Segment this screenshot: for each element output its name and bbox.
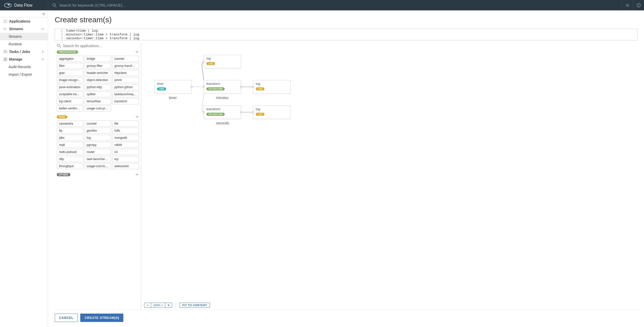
palette-chip[interactable]: tensorflow xyxy=(84,98,111,104)
svg-line-25 xyxy=(60,47,61,48)
sidebar-item-tasks-jobs[interactable]: Tasks / Jobs xyxy=(0,48,48,55)
palette-chip[interactable]: httpclient xyxy=(112,70,139,76)
palette-chip[interactable]: cassandra xyxy=(57,121,83,127)
palette-chip[interactable]: mqtt xyxy=(57,142,83,148)
palette-chip[interactable]: pose-estimation xyxy=(57,84,83,90)
palette-chip[interactable]: websocket xyxy=(112,163,139,169)
svg-rect-21 xyxy=(6,58,7,59)
palette-chip[interactable]: rabbit xyxy=(112,142,139,148)
sidebar-item-runtime[interactable]: Runtime xyxy=(0,40,48,48)
palette-chip[interactable]: groovy-filter xyxy=(84,63,111,69)
zoom-level-dropdown[interactable]: 100% xyxy=(151,303,165,307)
palette-chip[interactable]: tasklaunchrequest xyxy=(112,91,139,97)
category-sink-header[interactable]: SINK xyxy=(55,114,141,120)
palette-chip[interactable]: sftp xyxy=(57,156,83,162)
palette-chip[interactable]: router xyxy=(84,149,111,155)
palette-chip[interactable]: s3 xyxy=(112,149,139,155)
node-tag: TRANSFORM xyxy=(206,87,225,90)
palette-chip[interactable]: counter xyxy=(112,56,139,62)
flow-canvas[interactable]: time TIME timer log LOG transform TRANSF… xyxy=(142,43,637,310)
palette-chip[interactable]: log xyxy=(84,135,111,141)
app-search-input[interactable] xyxy=(63,44,139,48)
svg-point-1 xyxy=(8,4,10,5)
palette-chip[interactable]: twitter-sentiment xyxy=(57,105,83,111)
node-tag: LOG xyxy=(206,62,215,65)
palette-chip[interactable]: pgcopy xyxy=(84,142,111,148)
flow-node-log[interactable]: log LOG xyxy=(204,55,241,68)
dsl-editor[interactable]: 1timer=time | log 2minutes=:timer.time >… xyxy=(55,29,637,41)
output-port[interactable] xyxy=(240,111,242,113)
flow-node-transform[interactable]: transform TRANSFORM xyxy=(204,105,241,119)
input-port[interactable] xyxy=(252,86,254,88)
palette-chip[interactable]: python-http xyxy=(84,84,111,90)
sidebar-label: Applications xyxy=(9,19,30,23)
palette-chip[interactable]: splitter xyxy=(84,91,111,97)
palette-chip[interactable]: tcp-client xyxy=(57,98,83,104)
palette-chip[interactable]: redis-pubsub xyxy=(57,149,83,155)
flow-label-timer: timer xyxy=(169,96,177,100)
settings-button[interactable] xyxy=(622,0,633,10)
palette-chip[interactable]: jdbc xyxy=(57,135,83,141)
info-button[interactable] xyxy=(633,0,644,10)
input-port[interactable] xyxy=(203,61,205,63)
palette-chip[interactable]: bridge xyxy=(84,56,111,62)
palette-chip[interactable]: usage-cost-processor xyxy=(84,105,111,111)
sidebar-item-applications[interactable]: Applications xyxy=(0,17,48,25)
palette-chip[interactable]: file xyxy=(112,121,139,127)
input-port[interactable] xyxy=(203,111,205,113)
sidebar-item-streams[interactable]: Streams xyxy=(0,25,48,33)
category-processor-header[interactable]: PROCESSOR xyxy=(55,49,141,55)
input-port[interactable] xyxy=(252,111,254,113)
flow-node-log[interactable]: log LOG xyxy=(253,80,290,94)
create-stream-button[interactable]: CREATE STREAM(S) xyxy=(80,314,123,322)
flow-node-transform[interactable]: transform TRANSFORM xyxy=(204,80,241,94)
flow-label-seconds: seconds xyxy=(216,121,229,125)
sidebar-item-audit-records[interactable]: Audit Records xyxy=(0,63,48,71)
palette-chip[interactable]: mongodb xyxy=(112,135,139,141)
sidebar-item-import-export[interactable]: Import / Export xyxy=(0,71,48,78)
app-palette: PROCESSOR aggregatorbridgecounterfilterg… xyxy=(55,43,141,310)
global-search-input[interactable] xyxy=(59,3,618,7)
global-search[interactable] xyxy=(48,3,622,8)
palette-chip[interactable]: ftp xyxy=(57,128,83,134)
palette-chip[interactable]: hdfs xyxy=(112,128,139,134)
output-port[interactable] xyxy=(191,86,193,88)
palette-chip[interactable]: tcp xyxy=(112,156,139,162)
brand[interactable]: Data Flow xyxy=(0,0,48,10)
palette-chip[interactable]: grpc xyxy=(57,70,83,76)
svg-point-16 xyxy=(6,22,7,23)
output-port[interactable] xyxy=(240,86,242,88)
flow-node-time[interactable]: time TIME xyxy=(154,80,192,94)
palette-chip[interactable]: usage-cost-logger xyxy=(84,163,111,169)
input-port[interactable] xyxy=(203,86,205,88)
sidebar-item-manage[interactable]: Manage xyxy=(0,55,48,63)
zoom-out-button[interactable] xyxy=(144,303,151,307)
palette-chip[interactable]: task-launcher-dataflow xyxy=(84,156,111,162)
palette-chip[interactable]: counter xyxy=(84,121,111,127)
node-tag: LOG xyxy=(256,113,264,116)
palette-chip[interactable]: aggregator xyxy=(57,56,83,62)
palette-chip[interactable]: pmml xyxy=(112,77,139,83)
palette-chip[interactable]: header-enricher xyxy=(84,70,111,76)
palette-chip[interactable]: transform xyxy=(112,98,139,104)
palette-chip[interactable]: gemfire xyxy=(84,128,111,134)
palette-chip[interactable]: filter xyxy=(57,63,83,69)
fit-to-content-button[interactable]: FIT TO CONTENT xyxy=(180,303,210,308)
sidebar-label: Tasks / Jobs xyxy=(9,50,30,54)
palette-chip[interactable]: image-recognition xyxy=(57,77,83,83)
app-search[interactable] xyxy=(55,43,141,49)
category-other-header[interactable]: OTHER xyxy=(55,172,141,177)
zoom-in-button[interactable] xyxy=(165,303,172,307)
palette-chip[interactable]: object-detection xyxy=(84,77,111,83)
sidebar-collapse-button[interactable] xyxy=(0,10,48,17)
flow-node-log[interactable]: log LOG xyxy=(253,105,290,119)
node-title: time xyxy=(157,82,189,86)
palette-chip[interactable]: throughput xyxy=(57,163,83,169)
palette-chip[interactable]: python-jython xyxy=(112,84,139,90)
cancel-button[interactable]: CANCEL xyxy=(55,314,78,322)
sidebar-item-streams-list[interactable]: Streams xyxy=(0,33,48,40)
palette-chip[interactable]: groovy-transform xyxy=(112,63,139,69)
chevron-right-icon xyxy=(41,50,44,53)
palette-chip[interactable]: scriptable-transform xyxy=(57,91,83,97)
editor-line: timer=time | log xyxy=(65,29,98,33)
